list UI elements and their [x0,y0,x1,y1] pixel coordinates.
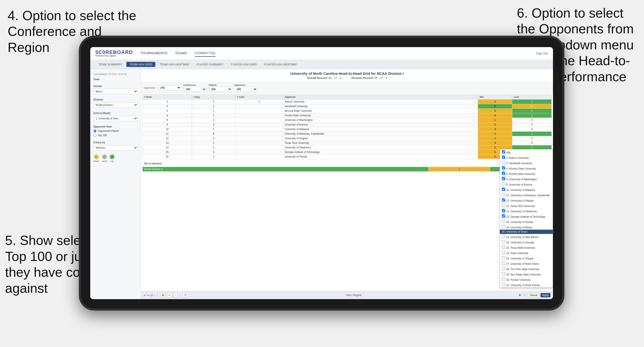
dropdown-item[interactable]: 30. Purdue University [500,277,553,282]
dropdown-checkbox[interactable] [502,261,505,265]
nav-signout[interactable]: Sign Out [536,52,548,55]
opponents-select[interactable]: (All) [158,85,181,90]
dropdown-checkbox[interactable] [502,225,505,228]
dropdown-item[interactable]: 10. University of Alabama [500,187,553,192]
dropdown-item[interactable]: 22. University of Georgia [500,239,553,245]
dropdown-checkbox[interactable] [502,166,505,170]
refresh-icon[interactable]: ↺ [150,294,153,297]
home-icon[interactable]: ⌂ [154,294,155,297]
dropdown-item[interactable]: (All) [500,149,553,155]
apply-btn[interactable]: Apply [541,293,550,297]
dropdown-item[interactable]: 25. University of Oregon [500,255,553,261]
cell-opponent: Georgia Institute of Technology [283,150,478,155]
dropdown-checkbox[interactable] [502,283,505,286]
dropdown-checkbox[interactable] [502,245,505,249]
dropdown-item[interactable]: 24. Duke University [500,250,553,255]
conference-select[interactable]: (All) [184,87,206,92]
zoom-in-btn[interactable]: + [167,293,172,297]
dropdown-checkbox[interactable] [502,251,505,254]
dropdown-item[interactable]: 16. University of Florida [500,219,553,224]
dropdown-checkbox[interactable] [502,214,505,218]
dropdown-checkbox[interactable] [502,209,505,212]
table-row: 13 1 Texas Tech University 3 0 [143,141,552,145]
dropdown-item[interactable]: 18. University of Illinois [500,224,553,230]
dropdown-item-label: 3. Vanderbilt University [506,162,532,165]
colour-select[interactable]: Win/loss [93,145,138,150]
subnav-player-heatmap[interactable]: PLAYER H2H HEATMAP [261,62,300,67]
sidebar-school-section: School (Rank) 1. University of Nort... [93,112,138,121]
school-select[interactable]: 1. University of Nort... [93,116,138,121]
undo-icon[interactable]: ↩ [144,294,146,297]
dropdown-item[interactable]: 12. University of Virginia [500,198,553,203]
dropdown-checkbox[interactable] [502,272,505,275]
dropdown-item-label: 30. Purdue University [506,279,531,281]
dropdown-item[interactable]: 20. University of Texas [500,230,553,234]
gender-select[interactable]: Men's [93,89,138,94]
dropdown-item[interactable]: 27. University of Notre Dame [500,261,553,266]
subnav-h2h-heatmap[interactable]: TEAM H2H HEATMAP [157,62,192,67]
dropdown-checkbox[interactable] [502,150,505,154]
dropdown-item[interactable]: 4. Arizona State University [500,165,553,171]
nav-tournaments[interactable]: TOURNAMENTS [141,50,168,57]
dropdown-checkbox[interactable] [502,182,505,186]
dropdown-item[interactable]: 13. Texas Tech University [500,203,553,208]
dropdown-checkbox[interactable] [502,256,505,259]
dropdown-item[interactable]: 3. Vanderbilt University [500,160,553,165]
sidebar-division-label: Division [93,98,138,101]
dropdown-item[interactable]: 28. The Ohio State University [500,266,553,271]
cell-loss: 2 [512,113,551,118]
cell-win: 2 [478,100,512,104]
dropdown-checkbox[interactable] [502,156,505,159]
region-select[interactable]: (All) [209,87,232,92]
zoom-out-btn[interactable]: - [173,293,178,297]
dropdown-checkbox[interactable] [502,172,505,175]
dropdown-checkbox[interactable] [502,235,505,238]
dropdown-checkbox[interactable] [502,161,505,164]
cell-win: 1 [478,122,512,127]
cell-conf [235,132,283,136]
opponent-select[interactable]: (All) [234,87,257,92]
dropdown-checkbox[interactable] [502,240,505,243]
dropdown-checkbox[interactable] [502,198,505,202]
table-row: 10 5 University of Alabama 3 0 [143,127,552,132]
dropdown-checkbox[interactable] [502,177,505,180]
dropdown-item[interactable]: 15. Georgia Institute of Technology [500,214,553,219]
subnav-team-summary[interactable]: TEAM SUMMARY [95,62,125,67]
cell-win: 5 [478,109,512,113]
fit-btn[interactable]: ⊞ [160,293,166,297]
subnav-player-summary[interactable]: PLAYER SUMMARY [193,62,227,67]
nav-committee[interactable]: COMMITTEE [195,50,216,57]
nav-teams[interactable]: TEAMS [175,50,187,57]
radio-top100[interactable]: Top 100 [93,134,138,137]
dropdown-item[interactable]: 2. Auburn University [500,155,553,160]
dropdown-item[interactable]: 31. University of North Florida [500,282,553,287]
dropdown-checkbox[interactable] [502,267,505,270]
cancel-btn[interactable]: Cancel [528,293,539,297]
dropdown-item[interactable]: 29. San Diego State University [500,271,553,277]
radio-top100-input[interactable] [93,134,97,137]
dropdown-checkbox[interactable] [502,193,505,196]
opponent-dropdown[interactable]: (All)2. Auburn University3. Vanderbilt U… [500,149,553,288]
division-select[interactable]: NCAA Division I [93,102,138,108]
redo-icon[interactable]: ↪ [147,294,149,297]
dropdown-checkbox[interactable] [502,204,505,207]
dropdown-item[interactable]: 14. University of Oklahoma [500,208,553,214]
dropdown-checkbox[interactable] [502,277,505,281]
cell-conf [235,155,283,159]
subnav-h2h-grid[interactable]: TEAM H2H GRID [126,62,155,67]
dropdown-item[interactable]: 23. Texas A&M University [500,245,553,250]
dropdown-item[interactable]: 6. Florida State University [500,171,553,176]
cell-rank: 16 [143,155,192,159]
clock-btn[interactable]: ⏱ [183,293,189,297]
dropdown-item-label: 25. University of Oregon [506,257,534,260]
dropdown-item[interactable]: 8. University of Washington [500,176,553,182]
dropdown-item[interactable]: 11. University of Arkansas, Fayetteville [500,192,553,198]
dropdown-checkbox[interactable] [502,220,505,223]
cell-opponent: University of Arkansas, Fayetteville [283,132,478,136]
dropdown-item[interactable]: 21. University of New Mexico [500,234,553,239]
dropdown-checkbox[interactable] [502,188,505,191]
dropdown-item[interactable]: 9. University of Arizona [500,182,553,187]
radio-opponents-played[interactable]: Opponents Played [93,129,138,133]
radio-opponents-input[interactable] [93,129,97,133]
subnav-player-h2h[interactable]: PLAYER H2H GRID [228,62,260,67]
